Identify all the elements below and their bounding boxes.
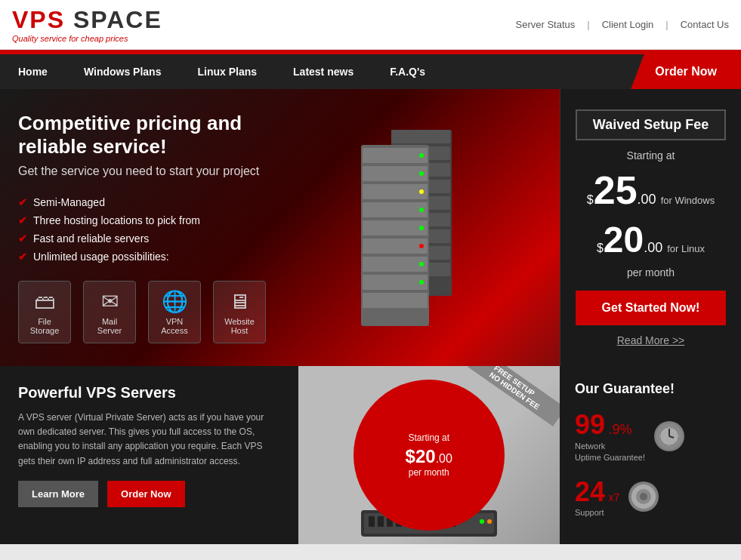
support-label: Support [575,508,619,517]
read-more-button[interactable]: Read More >> [617,334,685,346]
feature-2: Three hosting locations to pick from [18,214,280,226]
promo-per-month: per month [409,467,449,478]
svg-rect-19 [363,293,428,308]
nav-windows-plans[interactable]: Windows Plans [66,54,180,89]
promo-area: FREE SETUPNO HIDDEN FEE Starting at $20 … [298,366,560,544]
get-started-button[interactable]: Get Started Now! [576,291,726,325]
hero-icon-group: 🗃 FileStorage ✉ MailServer 🌐 VPNAccess 🖥… [18,281,280,343]
svg-rect-1 [391,130,450,143]
svg-rect-15 [363,220,428,235]
learn-more-button[interactable]: Learn More [18,481,98,507]
vps-description-panel: Powerful VPS Servers A VPS server (Virtu… [0,366,298,544]
feature-1: Semi-Managed [18,196,280,208]
svg-point-27 [419,280,424,285]
linux-price-cents: .00 [644,240,662,256]
lower-section: Powerful VPS Servers A VPS server (Virtu… [0,366,741,544]
hero-pricing: Waived Setup Fee Starting at $ 25 .00 fo… [560,89,741,366]
uptime-decimal: .9% [609,422,632,437]
logo-title: VPS SPACE [12,6,162,34]
server-status-link[interactable]: Server Status [515,19,575,30]
svg-point-20 [419,153,424,158]
svg-point-41 [487,519,492,524]
hero-subheadline: Get the service you need to start your p… [18,165,280,178]
support-number: 24 [575,476,605,507]
lower-buttons: Learn More Order Now [18,481,280,507]
promo-badge: Starting at $20 .00 per month [354,380,505,531]
svg-point-26 [419,262,424,266]
file-storage-icon: 🗃 [34,289,55,314]
svg-point-21 [419,171,424,176]
linux-price-row: $ 20 .00 for Linux [597,219,705,260]
hero-headline: Competitive pricing and reliable service… [18,112,280,158]
linux-price-label: for Linux [667,243,705,254]
nav-home[interactable]: Home [0,54,66,89]
divider2: | [665,19,668,30]
svg-rect-14 [363,202,428,217]
svg-rect-31 [378,516,384,527]
icon-file-storage[interactable]: 🗃 FileStorage [18,281,71,343]
icon-website-host[interactable]: 🖥 WebsiteHost [213,281,266,343]
uptime-number-group: 99 .9% NetworkUptime Guarantee! [575,409,645,464]
waived-badge: Waived Setup Fee [576,109,726,140]
mail-server-label: MailServer [97,317,122,335]
windows-price-cents: .00 [638,192,656,208]
guarantee-panel: Our Guarantee! 99 .9% NetworkUptime Guar… [560,366,741,544]
svg-rect-13 [363,184,428,199]
nav-faq[interactable]: F.A.Q's [372,54,443,89]
svg-point-24 [419,226,424,230]
guarantee-title: Our Guarantee! [575,381,726,397]
website-host-icon: 🖥 [229,289,250,314]
windows-price-big: 25 [594,168,638,213]
main-nav: Home Windows Plans Linux Plans Latest ne… [0,54,741,89]
promo-price-row: $20 .00 [406,446,452,467]
nav-latest-news[interactable]: Latest news [275,54,372,89]
svg-point-25 [419,244,424,248]
server-visual [331,115,527,341]
promo-price: $20 [406,446,436,467]
mail-server-icon: ✉ [101,289,119,314]
svg-rect-11 [363,148,428,163]
client-login-link[interactable]: Client Login [602,19,654,30]
feature-4: Unlimited usage possibilities: [18,251,280,263]
nav-linux-plans[interactable]: Linux Plans [179,54,275,89]
support-number-group: 24 x7 Support [575,476,619,517]
logo-space: SPACE [65,6,162,33]
linux-dollar: $ [597,242,604,255]
svg-rect-17 [363,257,428,272]
promo-cents: .00 [436,452,452,466]
svg-rect-18 [363,275,428,290]
header-nav: Server Status | Client Login | Contact U… [515,19,729,30]
order-now-button[interactable]: Order Now [107,481,184,507]
vpn-access-label: VPNAccess [161,317,187,335]
hero-banner: Competitive pricing and reliable service… [0,89,741,366]
website-host-label: WebsiteHost [224,317,255,335]
logo: VPS SPACE Quality service for cheap pric… [12,6,162,43]
icon-mail-server[interactable]: ✉ MailServer [83,281,136,343]
windows-dollar: $ [587,193,594,207]
nav-order-now[interactable]: Order Now [631,54,741,89]
svg-rect-16 [363,238,428,254]
starting-at-label: Starting at [627,149,675,162]
logo-vps: VPS [12,6,65,33]
contact-us-link[interactable]: Contact Us [681,19,729,30]
per-month-label: per month [627,266,675,278]
svg-point-22 [419,189,424,194]
svg-point-23 [419,208,424,212]
hero-servers [298,89,560,366]
svg-point-49 [640,493,647,500]
support-icon [628,482,659,512]
hero-left: Competitive pricing and reliable service… [0,89,298,366]
windows-price-label: for Windows [661,195,715,206]
vps-description: A VPS server (Virtual Private Server) ac… [18,411,280,469]
header: VPS SPACE Quality service for cheap pric… [0,0,741,50]
support-guarantee: 24 x7 Support [575,476,726,517]
divider1: | [587,19,589,30]
file-storage-label: FileStorage [30,317,60,335]
linux-price-big: 20 [604,219,644,260]
windows-price-row: $ 25 .00 for Windows [587,168,715,213]
vpn-access-icon: 🌐 [162,289,188,314]
icon-vpn-access[interactable]: 🌐 VPNAccess [148,281,201,343]
hero-features: Semi-Managed Three hosting locations to … [18,196,280,263]
promo-starting-label: Starting at [408,432,449,443]
logo-tagline: Quality service for cheap prices [12,34,162,43]
